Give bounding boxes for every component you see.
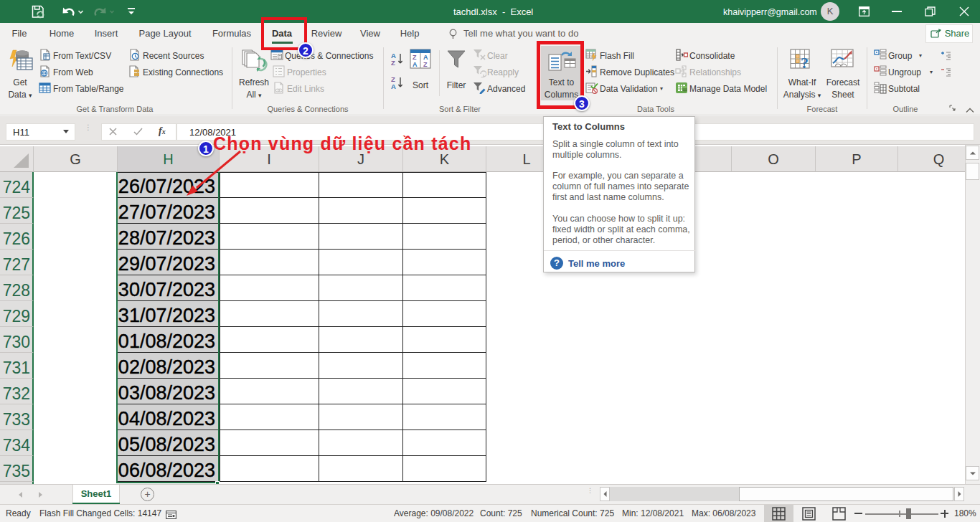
svg-text:A: A [423,54,428,61]
svg-text:A: A [413,61,418,68]
svg-text:A: A [391,82,396,90]
svg-text:Z: Z [391,59,395,67]
svg-text:Z: Z [413,54,417,61]
svg-text:?: ? [801,54,809,72]
svg-text:Z: Z [423,61,428,68]
